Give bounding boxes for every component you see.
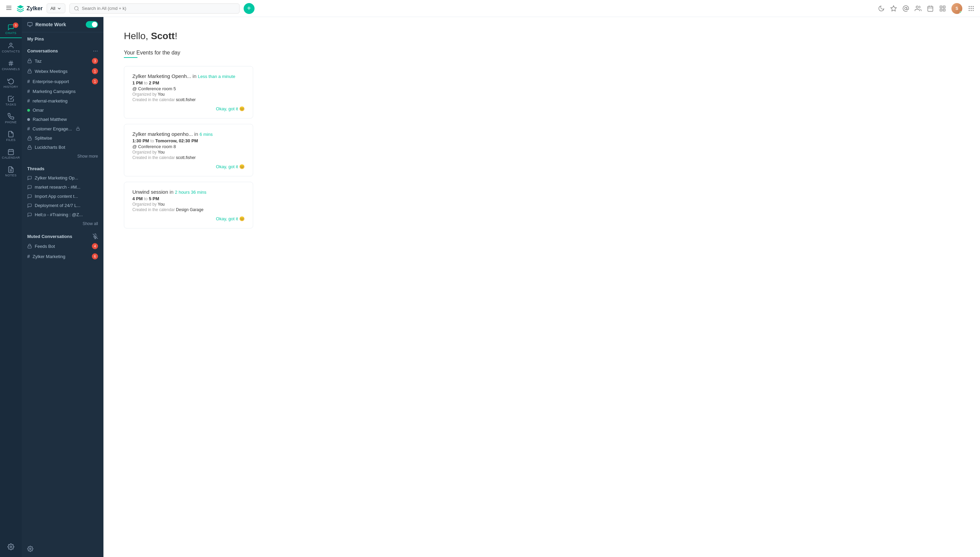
- nav-history[interactable]: HISTORY: [0, 75, 22, 91]
- show-all-link[interactable]: Show all: [22, 219, 104, 230]
- thread-label: Deployment of 24/7 L...: [35, 203, 80, 208]
- event-3-time: 4 PM to 5 PM: [132, 196, 245, 201]
- svg-rect-12: [940, 6, 942, 8]
- tasks-icon: [8, 95, 14, 102]
- svg-point-21: [973, 8, 974, 9]
- nav-files-label: FILES: [6, 138, 16, 142]
- bot-icon-4: [27, 145, 32, 150]
- conversation-item-webex[interactable]: Webex Meetings 1: [22, 66, 104, 76]
- event-2-location: @ Conference room 8: [132, 144, 245, 149]
- hash-icon-5: #: [27, 126, 30, 132]
- nav-tasks[interactable]: TASKS: [0, 93, 22, 109]
- contacts-icon[interactable]: [915, 5, 922, 12]
- thread-icon-4: [27, 203, 32, 208]
- svg-line-29: [11, 61, 12, 66]
- okay-btn-1[interactable]: Okay, got it 😊: [132, 106, 245, 111]
- conversation-item-taz[interactable]: Taz 3: [22, 56, 104, 66]
- thread-item-1[interactable]: Zylker Marketing Op...: [22, 173, 104, 182]
- svg-rect-52: [28, 246, 32, 248]
- search-filter-dropdown[interactable]: All: [47, 3, 65, 13]
- svg-point-6: [905, 7, 907, 10]
- conversations-more-icon[interactable]: ···: [93, 48, 98, 54]
- svg-rect-8: [928, 6, 933, 11]
- main-content: Hello, Scott! Your Events for the day Zy…: [104, 17, 980, 557]
- thread-icon-1: [27, 176, 32, 181]
- moon-icon[interactable]: [878, 5, 885, 12]
- chevron-down-icon: [57, 6, 62, 11]
- avatar[interactable]: S: [951, 3, 962, 14]
- okay-btn-2[interactable]: Okay, got it 😊: [132, 164, 245, 169]
- threads-section-header: Threads: [22, 162, 104, 173]
- online-dot: [27, 109, 30, 112]
- conversation-item-marketing[interactable]: # Marketing Campaigns: [22, 86, 104, 96]
- conversation-item-lucidcharts[interactable]: Lucidcharts Bot: [22, 143, 104, 152]
- thread-item-5[interactable]: Hell;o - #Training : @Z...: [22, 210, 104, 219]
- apps-icon[interactable]: [968, 5, 975, 12]
- filter-label: All: [50, 6, 55, 11]
- nav-calendar[interactable]: CALENDAR: [0, 146, 22, 162]
- add-button[interactable]: +: [243, 3, 255, 14]
- event-1-in-label: in: [193, 73, 198, 79]
- conversation-item-omar[interactable]: Omar: [22, 106, 104, 115]
- bot-icon-5: [27, 244, 32, 249]
- nav-settings[interactable]: [8, 541, 14, 553]
- topbar-actions: S: [878, 3, 975, 14]
- muted-item-feeds[interactable]: Feeds Bot 4: [22, 241, 104, 251]
- svg-point-36: [10, 546, 12, 548]
- event-card-1: Zylker Marketing Openh... in Less than a…: [124, 66, 253, 119]
- grid-icon[interactable]: [939, 5, 946, 12]
- show-more-link[interactable]: Show more: [22, 152, 104, 162]
- settings-icon: [8, 543, 14, 550]
- svg-point-16: [969, 6, 969, 7]
- muted-item-zylker[interactable]: # Zylker Marketing 6: [22, 251, 104, 262]
- nav-files[interactable]: FILES: [0, 128, 22, 144]
- conversation-item-splitwise[interactable]: Splitwise: [22, 134, 104, 143]
- nav-notes[interactable]: NOTES: [0, 163, 22, 180]
- at-icon[interactable]: [902, 5, 909, 12]
- conversation-item-referral[interactable]: # referral-marketing: [22, 96, 104, 106]
- item-label: Rachael Matthew: [32, 117, 67, 122]
- event-2-in-label: in: [194, 131, 200, 137]
- event-2-title: Zylker marketing openho... in 6 mins: [132, 131, 245, 137]
- svg-line-4: [78, 10, 79, 11]
- nav-channels[interactable]: CHANNELS: [0, 57, 22, 73]
- thread-item-2[interactable]: market research - #M...: [22, 182, 104, 192]
- item-badge-2: 1: [92, 68, 98, 74]
- item-label: Marketing Campaigns: [32, 89, 76, 94]
- conversation-item-enterprise[interactable]: # Enterprise-support 1: [22, 76, 104, 86]
- conversation-item-rachael[interactable]: Rachael Matthew: [22, 115, 104, 124]
- topbar: Zylker All + S: [0, 0, 980, 17]
- conversation-item-customer-engage[interactable]: # Customer Engage...: [22, 124, 104, 134]
- thread-item-4[interactable]: Deployment of 24/7 L...: [22, 201, 104, 210]
- event-2-organizer: Organized by You: [132, 150, 245, 155]
- item-label: Feeds Bot: [35, 244, 55, 249]
- files-icon: [8, 131, 14, 138]
- okay-btn-3[interactable]: Okay, got it 😊: [132, 216, 245, 221]
- svg-point-19: [969, 8, 969, 9]
- event-1-title-text: Zylker Marketing Openh...: [132, 73, 193, 79]
- event-card-3: Unwind session in 2 hours 36 mins 4 PM t…: [124, 182, 253, 228]
- event-1-time-badge: Less than a minute: [198, 74, 235, 79]
- my-pins-section: My Pins: [22, 33, 104, 44]
- calendar-icon[interactable]: [927, 5, 934, 12]
- my-pins-title: My Pins: [27, 36, 44, 42]
- nav-contacts[interactable]: CONTACTS: [0, 39, 22, 56]
- bot-icon: [27, 59, 32, 64]
- thread-label: market research - #M...: [35, 184, 80, 190]
- hash-icon-3: #: [27, 88, 30, 94]
- nav-chats[interactable]: 3 CHATS: [0, 21, 22, 38]
- hamburger-icon[interactable]: [5, 5, 12, 12]
- event-3-in-label: in: [169, 189, 175, 195]
- search-input[interactable]: [82, 6, 235, 11]
- event-3-title-text: Unwind session: [132, 189, 169, 195]
- settings-nav-icon[interactable]: [27, 546, 33, 552]
- remote-work-toggle[interactable]: [86, 21, 98, 28]
- svg-point-20: [971, 8, 972, 9]
- item-label: Omar: [32, 107, 44, 113]
- thread-item-3[interactable]: Import App content t...: [22, 192, 104, 201]
- star-icon[interactable]: [890, 5, 897, 12]
- chats-badge: 3: [13, 23, 18, 28]
- search-bar[interactable]: [70, 3, 240, 14]
- thread-icon-3: [27, 194, 32, 199]
- nav-phone[interactable]: PHONE: [0, 110, 22, 127]
